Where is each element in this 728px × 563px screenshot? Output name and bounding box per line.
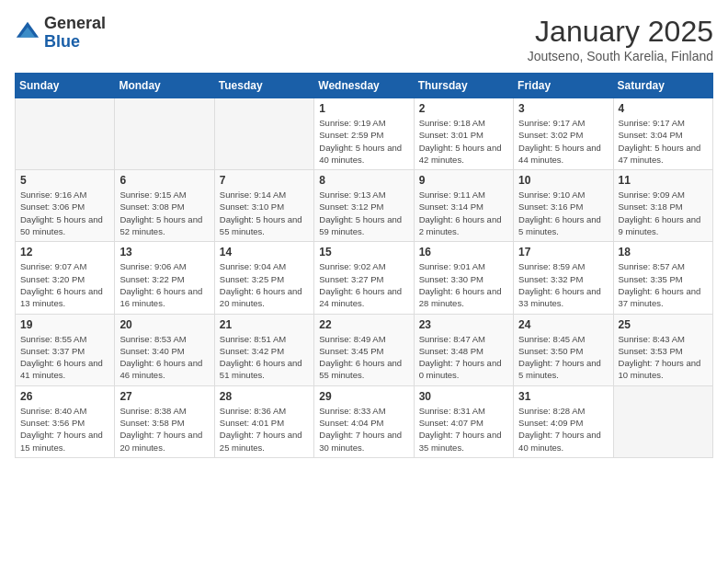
day-number: 31: [518, 390, 608, 403]
calendar-week-2: 5Sunrise: 9:16 AM Sunset: 3:06 PM Daylig…: [16, 170, 713, 242]
calendar-cell: [613, 385, 712, 457]
calendar-week-5: 26Sunrise: 8:40 AM Sunset: 3:56 PM Dayli…: [16, 385, 713, 457]
calendar-cell: 17Sunrise: 8:59 AM Sunset: 3:32 PM Dayli…: [514, 242, 613, 314]
page-header: General Blue January 2025 Joutseno, Sout…: [15, 15, 713, 63]
day-info: Sunrise: 9:07 AM Sunset: 3:20 PM Dayligh…: [20, 260, 109, 309]
day-number: 26: [20, 390, 109, 403]
calendar-cell: 29Sunrise: 8:33 AM Sunset: 4:04 PM Dayli…: [314, 385, 414, 457]
day-info: Sunrise: 8:31 AM Sunset: 4:07 PM Dayligh…: [419, 405, 508, 454]
day-number: 7: [220, 174, 309, 187]
day-number: 25: [619, 318, 708, 331]
logo-icon: [15, 20, 40, 46]
day-number: 8: [319, 174, 408, 187]
day-info: Sunrise: 9:02 AM Sunset: 3:27 PM Dayligh…: [319, 260, 408, 309]
day-info: Sunrise: 8:36 AM Sunset: 4:01 PM Dayligh…: [220, 405, 309, 454]
calendar-cell: 15Sunrise: 9:02 AM Sunset: 3:27 PM Dayli…: [314, 242, 414, 314]
day-number: 10: [518, 174, 608, 187]
day-number: 14: [220, 246, 309, 259]
day-number: 23: [419, 318, 508, 331]
calendar-cell: 2Sunrise: 9:18 AM Sunset: 3:01 PM Daylig…: [414, 98, 513, 170]
logo-text: General Blue: [44, 15, 106, 52]
calendar-cell: 11Sunrise: 9:09 AM Sunset: 3:18 PM Dayli…: [613, 170, 712, 242]
day-info: Sunrise: 9:18 AM Sunset: 3:01 PM Dayligh…: [419, 117, 508, 166]
day-header-wednesday: Wednesday: [314, 74, 414, 98]
day-info: Sunrise: 8:49 AM Sunset: 3:45 PM Dayligh…: [319, 333, 408, 382]
day-number: 30: [419, 390, 508, 403]
calendar-cell: 5Sunrise: 9:16 AM Sunset: 3:06 PM Daylig…: [16, 170, 115, 242]
day-info: Sunrise: 8:59 AM Sunset: 3:32 PM Dayligh…: [518, 260, 608, 309]
day-info: Sunrise: 8:28 AM Sunset: 4:09 PM Dayligh…: [518, 405, 608, 454]
calendar-cell: 22Sunrise: 8:49 AM Sunset: 3:45 PM Dayli…: [314, 314, 414, 385]
day-header-thursday: Thursday: [414, 74, 513, 98]
day-number: 1: [319, 102, 408, 115]
calendar-cell: 16Sunrise: 9:01 AM Sunset: 3:30 PM Dayli…: [414, 242, 513, 314]
day-info: Sunrise: 9:17 AM Sunset: 3:02 PM Dayligh…: [518, 117, 608, 166]
calendar-cell: 14Sunrise: 9:04 AM Sunset: 3:25 PM Dayli…: [214, 242, 313, 314]
calendar-cell: 25Sunrise: 8:43 AM Sunset: 3:53 PM Dayli…: [613, 314, 712, 385]
month-title: January 2025: [528, 15, 713, 49]
day-info: Sunrise: 9:14 AM Sunset: 3:10 PM Dayligh…: [220, 189, 309, 237]
day-info: Sunrise: 8:53 AM Sunset: 3:40 PM Dayligh…: [119, 333, 209, 382]
day-header-friday: Friday: [514, 74, 613, 98]
day-number: 16: [419, 246, 508, 259]
calendar-cell: 30Sunrise: 8:31 AM Sunset: 4:07 PM Dayli…: [414, 385, 513, 457]
day-number: 2: [419, 102, 508, 115]
calendar-table: SundayMondayTuesdayWednesdayThursdayFrid…: [15, 73, 713, 458]
day-number: 15: [319, 246, 408, 259]
calendar-cell: [115, 98, 214, 170]
day-number: 13: [119, 246, 209, 259]
day-number: 12: [20, 246, 109, 259]
day-number: 21: [220, 318, 309, 331]
day-header-sunday: Sunday: [16, 74, 115, 98]
calendar-week-3: 12Sunrise: 9:07 AM Sunset: 3:20 PM Dayli…: [16, 242, 713, 314]
day-number: 20: [119, 318, 209, 331]
day-number: 24: [518, 318, 608, 331]
day-info: Sunrise: 9:16 AM Sunset: 3:06 PM Dayligh…: [20, 189, 109, 237]
title-block: January 2025 Joutseno, South Karelia, Fi…: [528, 15, 713, 63]
calendar-cell: 13Sunrise: 9:06 AM Sunset: 3:22 PM Dayli…: [115, 242, 214, 314]
day-number: 4: [619, 102, 708, 115]
day-info: Sunrise: 8:51 AM Sunset: 3:42 PM Dayligh…: [220, 333, 309, 382]
day-info: Sunrise: 9:13 AM Sunset: 3:12 PM Dayligh…: [319, 189, 408, 237]
day-info: Sunrise: 9:06 AM Sunset: 3:22 PM Dayligh…: [119, 260, 209, 309]
calendar-cell: 18Sunrise: 8:57 AM Sunset: 3:35 PM Dayli…: [613, 242, 712, 314]
day-info: Sunrise: 8:40 AM Sunset: 3:56 PM Dayligh…: [20, 405, 109, 454]
calendar-cell: 6Sunrise: 9:15 AM Sunset: 3:08 PM Daylig…: [115, 170, 214, 242]
calendar-cell: 3Sunrise: 9:17 AM Sunset: 3:02 PM Daylig…: [514, 98, 613, 170]
day-number: 29: [319, 390, 408, 403]
logo: General Blue: [15, 15, 106, 52]
calendar-cell: [214, 98, 313, 170]
day-header-monday: Monday: [115, 74, 214, 98]
calendar-cell: 10Sunrise: 9:10 AM Sunset: 3:16 PM Dayli…: [514, 170, 613, 242]
day-number: 3: [518, 102, 608, 115]
day-info: Sunrise: 9:19 AM Sunset: 2:59 PM Dayligh…: [319, 117, 408, 166]
calendar-cell: 9Sunrise: 9:11 AM Sunset: 3:14 PM Daylig…: [414, 170, 513, 242]
calendar-cell: 28Sunrise: 8:36 AM Sunset: 4:01 PM Dayli…: [214, 385, 313, 457]
day-info: Sunrise: 9:15 AM Sunset: 3:08 PM Dayligh…: [119, 189, 209, 237]
calendar-cell: 21Sunrise: 8:51 AM Sunset: 3:42 PM Dayli…: [214, 314, 313, 385]
day-info: Sunrise: 8:33 AM Sunset: 4:04 PM Dayligh…: [319, 405, 408, 454]
day-header-tuesday: Tuesday: [214, 74, 313, 98]
calendar-cell: 27Sunrise: 8:38 AM Sunset: 3:58 PM Dayli…: [115, 385, 214, 457]
day-header-saturday: Saturday: [613, 74, 712, 98]
day-info: Sunrise: 8:43 AM Sunset: 3:53 PM Dayligh…: [619, 333, 708, 382]
day-number: 22: [319, 318, 408, 331]
logo-general: General: [44, 15, 106, 33]
day-number: 9: [419, 174, 508, 187]
day-number: 17: [518, 246, 608, 259]
calendar-cell: 23Sunrise: 8:47 AM Sunset: 3:48 PM Dayli…: [414, 314, 513, 385]
day-number: 19: [20, 318, 109, 331]
logo-blue: Blue: [44, 33, 106, 52]
day-number: 27: [119, 390, 209, 403]
calendar-cell: 12Sunrise: 9:07 AM Sunset: 3:20 PM Dayli…: [16, 242, 115, 314]
day-number: 28: [220, 390, 309, 403]
calendar-cell: 20Sunrise: 8:53 AM Sunset: 3:40 PM Dayli…: [115, 314, 214, 385]
calendar-cell: [16, 98, 115, 170]
day-info: Sunrise: 8:57 AM Sunset: 3:35 PM Dayligh…: [619, 260, 708, 309]
calendar-cell: 8Sunrise: 9:13 AM Sunset: 3:12 PM Daylig…: [314, 170, 414, 242]
calendar-cell: 31Sunrise: 8:28 AM Sunset: 4:09 PM Dayli…: [514, 385, 613, 457]
day-info: Sunrise: 8:45 AM Sunset: 3:50 PM Dayligh…: [518, 333, 608, 382]
calendar-header-row: SundayMondayTuesdayWednesdayThursdayFrid…: [16, 74, 713, 98]
day-info: Sunrise: 9:11 AM Sunset: 3:14 PM Dayligh…: [419, 189, 508, 237]
day-number: 11: [619, 174, 708, 187]
